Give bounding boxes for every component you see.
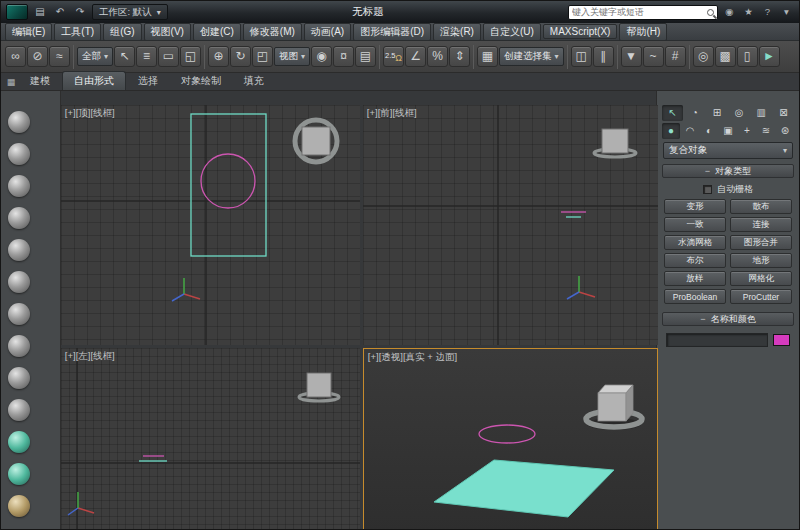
menu-item[interactable]: 修改器(M) <box>243 23 302 41</box>
menu-item[interactable]: 视图(V) <box>144 23 191 41</box>
plane-object[interactable] <box>434 460 614 517</box>
freeform-tool-icon[interactable] <box>8 143 30 165</box>
object-type-button[interactable]: 网格化 <box>730 271 792 286</box>
workspace-dropdown[interactable]: 工作区: 默认 ▾ <box>92 4 168 20</box>
menu-item[interactable]: 编辑(E) <box>5 23 52 41</box>
bind-to-space-warp-icon[interactable]: ≈ <box>49 46 70 67</box>
autogrid-checkbox[interactable] <box>703 185 712 194</box>
freeform-tool-icon[interactable] <box>8 111 30 133</box>
category-lights-icon[interactable]: ◐ <box>700 123 718 139</box>
object-type-button[interactable]: 连接 <box>730 217 792 232</box>
edit-named-sets-icon[interactable]: ▦ <box>477 46 498 67</box>
use-pivot-center-icon[interactable]: ◉ <box>311 46 332 67</box>
circle-spline[interactable] <box>479 425 535 443</box>
freeform-tool-icon[interactable] <box>8 431 30 453</box>
category-systems-icon[interactable]: ⊛ <box>776 123 794 139</box>
menu-item[interactable]: MAXScript(X) <box>543 24 618 39</box>
window-crossing-icon[interactable]: ◱ <box>180 46 201 67</box>
unlink-selection-icon[interactable]: ⊘ <box>27 46 48 67</box>
viewport-left[interactable]: [+][左][线框] <box>61 348 360 530</box>
search-icon[interactable] <box>707 9 714 16</box>
object-type-button[interactable]: 变形 <box>664 199 726 214</box>
ribbon-tab[interactable]: 建模 <box>19 72 61 90</box>
reference-coordinate-dropdown[interactable]: 视图 ▾ <box>274 47 310 66</box>
select-and-link-icon[interactable]: ∞ <box>5 46 26 67</box>
ribbon-tab[interactable]: 选择 <box>127 72 169 90</box>
select-and-rotate-icon[interactable]: ↻ <box>230 46 251 67</box>
rectangular-selection-region-icon[interactable]: ▭ <box>158 46 179 67</box>
ribbon-toggle-icon[interactable]: ▼ <box>621 46 642 67</box>
app-logo-icon[interactable] <box>6 4 28 20</box>
object-type-button[interactable]: 水滴网格 <box>664 235 726 250</box>
viewport-front[interactable]: [+][前][线框] <box>363 105 658 345</box>
rendered-frame-icon[interactable]: ▯ <box>737 46 758 67</box>
viewport-top[interactable]: [+][顶][线框] <box>61 105 360 345</box>
keyboard-override-icon[interactable]: ▤ <box>355 46 376 67</box>
object-type-rollout-header[interactable]: − 对象类型 <box>662 164 794 178</box>
favorites-star-icon[interactable]: ★ <box>741 5 756 20</box>
tab-motion[interactable]: ◎ <box>729 105 750 121</box>
named-selection-sets-dropdown[interactable]: 创建选择集 ▾ <box>499 47 564 66</box>
ribbon-tab[interactable]: 自由形式 <box>62 71 126 90</box>
freeform-tool-icon[interactable] <box>8 335 30 357</box>
select-object-icon[interactable]: ↖ <box>114 46 135 67</box>
tab-modify[interactable]: ◔ <box>684 105 705 121</box>
redo-icon[interactable]: ↷ <box>72 4 88 20</box>
snap-toggle-icon[interactable]: 2.5 Ω <box>383 46 404 67</box>
freeform-tool-icon[interactable] <box>8 463 30 485</box>
chevron-down-icon[interactable]: ▾ <box>779 5 794 20</box>
menu-item[interactable]: 自定义(U) <box>483 23 541 41</box>
name-color-rollout-header[interactable]: − 名称和颜色 <box>662 312 794 326</box>
circle-spline[interactable] <box>201 154 255 208</box>
menu-item[interactable]: 工具(T) <box>54 23 101 41</box>
curve-editor-icon[interactable]: ~ <box>643 46 664 67</box>
object-type-button[interactable]: 布尔 <box>664 253 726 268</box>
viewport-perspective[interactable]: [+][透视][真实 + 边面] <box>363 348 658 530</box>
menu-item[interactable]: 组(G) <box>103 23 141 41</box>
freeform-tool-icon[interactable] <box>8 399 30 421</box>
viewport-perspective-label[interactable]: [+][透视][真实 + 边面] <box>368 351 457 364</box>
object-type-button[interactable]: ProBoolean <box>664 289 726 304</box>
category-geometry-icon[interactable]: ● <box>662 123 680 139</box>
object-name-field[interactable] <box>666 333 768 347</box>
render-setup-icon[interactable]: ▩ <box>715 46 736 67</box>
search-box[interactable] <box>568 5 718 20</box>
object-type-button[interactable]: 图形合并 <box>730 235 792 250</box>
schematic-view-icon[interactable]: # <box>665 46 686 67</box>
category-shapes-icon[interactable]: ◠ <box>681 123 699 139</box>
box-object[interactable] <box>302 127 330 155</box>
undo-icon[interactable]: ↶ <box>52 4 68 20</box>
freeform-tool-icon[interactable] <box>8 175 30 197</box>
save-icon[interactable]: ▤ <box>32 4 48 20</box>
freeform-tool-icon[interactable] <box>8 239 30 261</box>
viewport-left-label[interactable]: [+][左][线框] <box>65 350 115 363</box>
help-icon[interactable]: ? <box>760 5 775 20</box>
category-spacewarps-icon[interactable]: ≋ <box>757 123 775 139</box>
freeform-tool-icon[interactable] <box>8 367 30 389</box>
search-input[interactable] <box>572 7 704 17</box>
ribbon-tab[interactable]: 对象绘制 <box>170 72 232 90</box>
freeform-tool-icon[interactable] <box>8 271 30 293</box>
menu-item[interactable]: 图形编辑器(D) <box>353 23 431 41</box>
render-production-icon[interactable]: ► <box>759 46 780 67</box>
freeform-tool-icon[interactable] <box>8 495 30 517</box>
box-object[interactable] <box>602 129 628 153</box>
percent-snap-icon[interactable]: % <box>427 46 448 67</box>
selection-filter-dropdown[interactable]: 全部 ▾ <box>77 47 113 66</box>
select-by-name-icon[interactable]: ≡ <box>136 46 157 67</box>
object-type-button[interactable]: 一致 <box>664 217 726 232</box>
category-cameras-icon[interactable]: ▣ <box>719 123 737 139</box>
object-type-button[interactable]: 地形 <box>730 253 792 268</box>
tab-create[interactable]: ↖ <box>662 105 683 121</box>
tab-display[interactable]: ▥ <box>751 105 772 121</box>
angle-snap-icon[interactable]: ∠ <box>405 46 426 67</box>
select-and-scale-icon[interactable]: ◰ <box>252 46 273 67</box>
menu-item[interactable]: 创建(C) <box>193 23 241 41</box>
object-color-swatch[interactable] <box>773 334 790 346</box>
box-object[interactable] <box>598 385 633 421</box>
select-and-manipulate-icon[interactable]: ¤ <box>333 46 354 67</box>
mirror-icon[interactable]: ◫ <box>571 46 592 67</box>
menu-item[interactable]: 动画(A) <box>304 23 351 41</box>
select-and-move-icon[interactable]: ⊕ <box>208 46 229 67</box>
menu-item[interactable]: 帮助(H) <box>619 23 667 41</box>
